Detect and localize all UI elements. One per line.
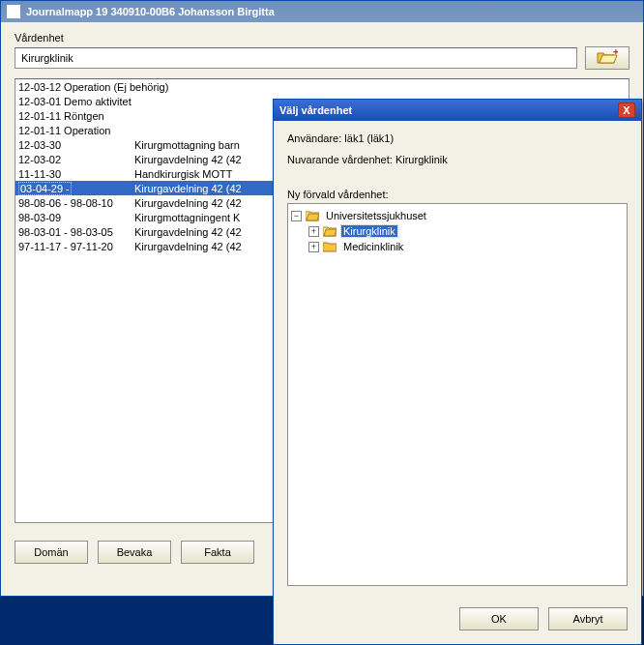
unit-row: + <box>15 46 629 70</box>
expand-icon[interactable]: + <box>308 242 319 252</box>
tree-node[interactable]: + Medicinklinik <box>291 239 624 254</box>
tree-node-label: Kirurgklinik <box>341 225 397 237</box>
doman-button[interactable]: Domän <box>15 541 88 564</box>
cancel-button[interactable]: Avbryt <box>548 607 628 630</box>
list-cell: 12-03-12 Operation (Ej behörig) <box>18 81 626 93</box>
list-cell-date: 98-08-06 - 98-08-10 <box>18 197 134 209</box>
bevaka-button[interactable]: Bevaka <box>98 541 171 564</box>
unit-dialog: Välj vårdenhet X Användare: läk1 (läk1) … <box>273 99 642 645</box>
new-unit-label: Ny förvald vårdenhet: <box>287 189 628 200</box>
tree-node-label: Universitetssjukhuset <box>324 210 428 221</box>
user-line: Användare: läk1 (läk1) <box>287 132 628 144</box>
collapse-icon[interactable]: − <box>291 211 302 221</box>
folder-open-icon: + <box>597 49 618 68</box>
folder-icon <box>323 241 337 252</box>
list-cell-date: 12-03-30 <box>18 139 134 151</box>
list-cell-date: 12-03-02 <box>18 154 134 165</box>
list-cell-date: 03-04-29 - <box>18 183 134 194</box>
folder-open-icon <box>306 210 319 221</box>
tree-node-root[interactable]: − Universitetssjukhuset <box>291 208 624 223</box>
close-icon[interactable]: X <box>618 103 635 118</box>
expand-icon[interactable]: + <box>308 226 319 237</box>
current-line: Nuvarande vårdenhet: Kirurgklinik <box>287 154 628 165</box>
dialog-titlebar: Välj vårdenhet X <box>274 100 641 121</box>
tree-node[interactable]: + Kirurgklinik <box>291 223 624 239</box>
folder-icon <box>323 225 337 237</box>
unit-input[interactable] <box>15 47 577 69</box>
list-cell-date: 97-11-17 - 97-11-20 <box>18 241 134 252</box>
dialog-body: Användare: läk1 (läk1) Nuvarande vårdenh… <box>274 121 641 598</box>
window-title: Journalmapp 19 340910-00B6 Johansson Bir… <box>26 6 275 17</box>
ok-button[interactable]: OK <box>459 607 539 630</box>
list-row[interactable]: 12-03-12 Operation (Ej behörig) <box>15 79 629 94</box>
list-cell-date: 11-11-30 <box>18 168 134 180</box>
tree-node-label: Medicinklinik <box>341 241 405 252</box>
dialog-buttons: OK Avbryt <box>274 598 641 644</box>
svg-text:+: + <box>613 49 618 57</box>
titlebar: Journalmapp 19 340910-00B6 Johansson Bir… <box>1 1 643 22</box>
open-unit-button[interactable]: + <box>585 46 629 70</box>
unit-label: Vårdenhet <box>15 32 629 44</box>
unit-tree[interactable]: − Universitetssjukhuset+ Kirurgklinik+ M… <box>287 203 628 586</box>
dialog-title: Välj vårdenhet <box>279 104 352 116</box>
fakta-button[interactable]: Fakta <box>181 541 254 564</box>
list-cell-date: 98-03-01 - 98-03-05 <box>18 226 134 238</box>
list-cell-date: 98-03-09 <box>18 212 134 223</box>
app-icon <box>7 5 20 18</box>
